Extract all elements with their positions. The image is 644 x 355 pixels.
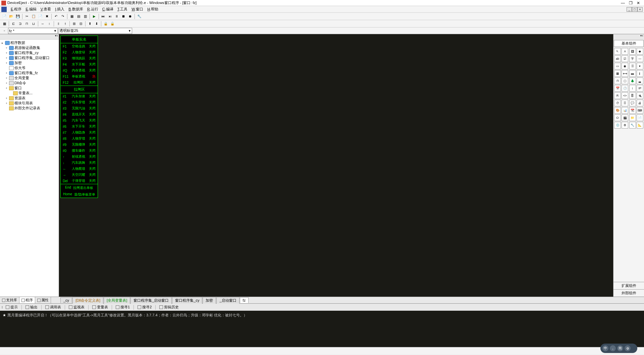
form-row[interactable]: #6水下开车关闭 (61, 123, 98, 130)
comp-ext3[interactable]: 📐 (637, 122, 643, 129)
grid-button[interactable]: ▦ (1, 21, 7, 27)
form-row[interactable]: #5汽车飞天关闭 (61, 117, 98, 123)
bottom-tab[interactable]: 输出 (23, 304, 40, 310)
order1-button[interactable]: ⬆ (87, 21, 93, 27)
maximize-button[interactable]: ❐ (629, 1, 633, 5)
comp-hot[interactable]: ⌨ (637, 107, 643, 114)
menu-item[interactable]: T.工具 (115, 7, 130, 12)
align3-button[interactable]: ⊓ (24, 21, 30, 27)
ime-punct-icon[interactable]: ， (610, 345, 616, 351)
menu-item[interactable]: E.编辑 (23, 7, 38, 12)
tree-node[interactable]: +资源表 (1, 96, 58, 101)
mdi-close-button[interactable]: × (637, 7, 643, 12)
combo-icon[interactable]: ▫ (1, 28, 7, 34)
tree-node[interactable]: 外部文件记录表 (1, 106, 58, 111)
form-row[interactable]: #7人物隐身关闭 (61, 130, 98, 136)
form-row[interactable]: F12拉闸区关闭 (61, 80, 98, 86)
comp-tab[interactable]: ⊓ (614, 78, 621, 84)
form-row[interactable]: F11单板透视急 (61, 73, 98, 80)
open-button[interactable]: 📂 (8, 13, 14, 19)
tree-node[interactable]: +窗口 (1, 86, 58, 91)
comp-scroll[interactable]: ⫿ (637, 70, 643, 77)
tree-node[interactable]: 常量表... (1, 91, 58, 96)
comp-edit[interactable]: ab (614, 55, 621, 62)
comp-label[interactable]: A (622, 48, 628, 55)
menu-item[interactable]: W.窗口 (129, 7, 145, 12)
bottom-tab[interactable]: 搜寻2 (135, 304, 154, 310)
align1-button[interactable]: ⊏ (10, 21, 16, 27)
tree-node[interactable]: +模块引用表 (1, 101, 58, 106)
panel-pin-icon[interactable]: ▾× (55, 34, 58, 39)
form-row[interactable]: #1汽车加速关闭 (61, 93, 98, 99)
mdi-min-button[interactable]: _ (627, 7, 632, 12)
comp-chart[interactable]: 📊 (622, 107, 628, 114)
lock-button[interactable]: 🔒 (103, 21, 109, 27)
comp-date[interactable]: 📅 (614, 85, 621, 92)
comp-combo[interactable]: ▾ (637, 63, 643, 69)
step5-button[interactable]: ⏺ (127, 13, 133, 19)
tree-node[interactable]: 你大爷 (1, 65, 58, 70)
comp-time[interactable]: 🕐 (622, 85, 628, 92)
comp-html[interactable]: <> (622, 92, 628, 99)
menu-item[interactable]: I.插入 (53, 7, 66, 12)
comp-tree[interactable]: 🌲 (629, 78, 636, 84)
form-row[interactable]: #3无限汽油关闭 (61, 105, 98, 111)
form-designer[interactable]: 单板实名 F1空格连跳关闭F2人物变绿关闭F3增强跳跃关闭F4水下开船关闭#Q内… (59, 34, 613, 297)
tree-node[interactable]: +全局变量 (1, 75, 58, 81)
center1-button[interactable]: ⊞ (71, 21, 77, 27)
run-button[interactable]: ▶ (91, 13, 97, 19)
tree-node[interactable]: +Dll命令 (1, 81, 58, 86)
menu-item[interactable]: H.帮助 (145, 7, 160, 12)
comp-updown[interactable]: ↕ (629, 85, 636, 92)
comp-ole[interactable]: O (614, 114, 621, 121)
comp-dialog[interactable]: 💬 (629, 100, 636, 106)
editor-tab[interactable]: 窗口程序集_cy (172, 297, 202, 304)
layout1-button[interactable]: ▦ (69, 13, 75, 19)
delete-button[interactable]: ✖ (44, 13, 50, 19)
tree-root[interactable]: ▸程序数据 (1, 40, 58, 45)
ime-lang-icon[interactable]: 中 (602, 345, 608, 351)
comp-menu[interactable]: ☰ (622, 100, 628, 106)
comp-line[interactable]: — (637, 55, 643, 62)
form-row[interactable]: ←人物爬墙关闭 (61, 166, 98, 172)
tree-node[interactable]: +加密 (1, 60, 58, 65)
minimize-button[interactable]: — (621, 1, 625, 5)
tab-external-comp[interactable]: 外部组件 (613, 289, 644, 297)
menu-item[interactable]: E.程序 (9, 7, 23, 12)
comp-drv[interactable]: 💿 (614, 122, 621, 129)
form-row[interactable]: ↓汽车跳舞关闭 (61, 160, 98, 166)
comp-ext2[interactable]: 🔧 (629, 122, 636, 129)
size2-button[interactable]: ↕ (46, 21, 52, 27)
comp-timer[interactable]: ⏱ (614, 100, 621, 106)
comp-print[interactable]: 🖨 (637, 100, 643, 106)
comp-ani[interactable]: 🎬 (622, 114, 628, 121)
bottom-tab[interactable]: 提示 (3, 304, 20, 310)
tool-button[interactable]: 🔧 (136, 13, 142, 19)
bottom-tab[interactable]: 搜寻1 (113, 304, 132, 310)
form-row[interactable]: #2汽车穿墙关闭 (61, 99, 98, 105)
ime-indicator[interactable]: 中 ， 简 ⚙ (600, 344, 637, 353)
undo-button[interactable]: ↶ (53, 13, 59, 19)
paste-button[interactable]: 📄 (37, 13, 43, 19)
form-row[interactable]: →天空闪耀关闭 (61, 172, 98, 178)
size1-button[interactable]: ↔ (40, 21, 46, 27)
bottom-tab[interactable]: 剪辑历史 (157, 304, 181, 310)
editor-tab[interactable]: 窗口程序集_启动窗口 (130, 297, 172, 304)
comp-radio[interactable]: ◉ (622, 63, 628, 69)
comp-slider[interactable]: ⟷ (622, 70, 628, 77)
tab-extend-comp[interactable]: 扩展组件 (613, 282, 644, 289)
editor-tab[interactable]: _启动窗口 (216, 297, 239, 304)
dist1-button[interactable]: ⫴ (55, 21, 61, 27)
redo-button[interactable]: ↷ (60, 13, 66, 19)
property-combo[interactable]: 透明标签25▼ (58, 28, 132, 34)
menu-item[interactable]: B.数据库 (66, 7, 85, 12)
unlock-button[interactable]: 🔓 (109, 21, 115, 27)
left-tab[interactable]: 属性 (35, 297, 51, 303)
step3-button[interactable]: ⏸ (114, 13, 120, 19)
close-button[interactable]: ✕ (637, 1, 640, 5)
comp-list[interactable]: ☰ (629, 63, 636, 69)
form-ctrl-row[interactable]: End拉闸退出单板 (61, 184, 98, 191)
form-row[interactable]: #Q内存透视关闭 (61, 67, 98, 73)
panel-pin-icon[interactable]: ▾× (640, 34, 643, 40)
comp-ext1[interactable]: ⚙ (622, 122, 628, 129)
